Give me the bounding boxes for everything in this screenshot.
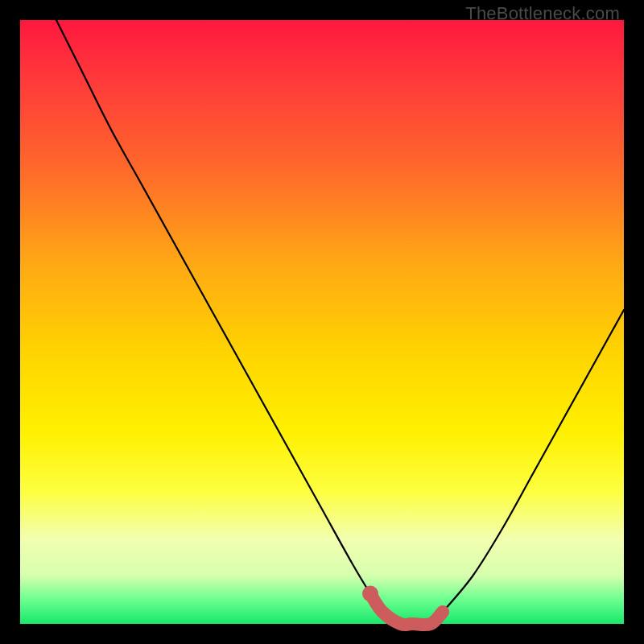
bottleneck-chart xyxy=(20,20,624,624)
optimal-range-dot xyxy=(362,586,378,602)
chart-frame xyxy=(20,20,624,624)
watermark-text: TheBottleneck.com xyxy=(465,3,620,24)
optimal-range-marker xyxy=(370,594,443,625)
bottleneck-curve-line xyxy=(56,20,624,625)
